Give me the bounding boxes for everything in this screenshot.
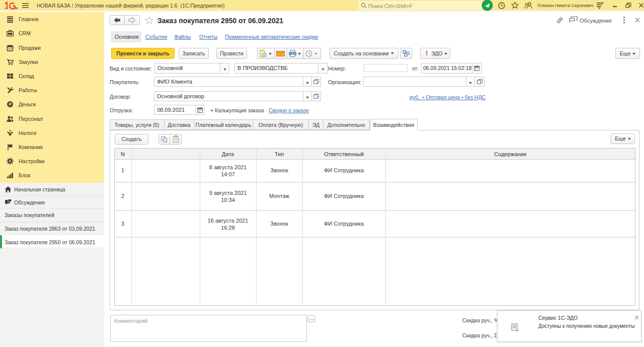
svg-text:P: P bbox=[9, 102, 12, 107]
